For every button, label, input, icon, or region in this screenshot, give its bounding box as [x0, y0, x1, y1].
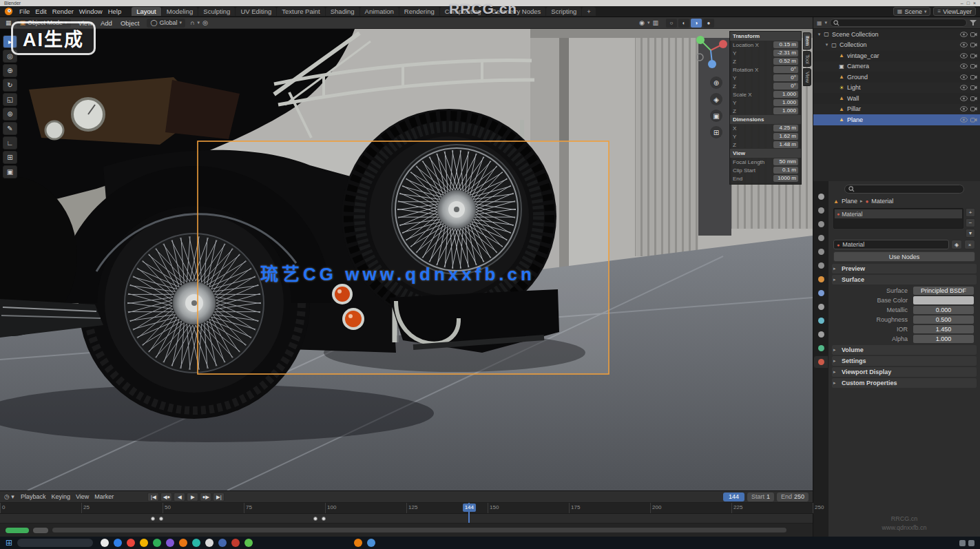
properties-tab[interactable] [814, 301, 828, 313]
sidebar-row[interactable]: Y 1.000 [730, 99, 801, 107]
property-row[interactable]: ▸ Metallic 0.000 [833, 305, 975, 315]
topbar-menu-item[interactable]: File [17, 8, 32, 15]
datablock-button[interactable]: ◈ [951, 240, 962, 249]
app-icon[interactable] [205, 539, 213, 547]
keyframe-dot[interactable] [313, 517, 317, 521]
tool-button[interactable]: ◱ [3, 93, 17, 106]
workspace-tab[interactable]: Layout [132, 7, 161, 16]
property-row[interactable]: ▸ Roughness 0.500 [833, 315, 975, 324]
topbar-menu-item[interactable]: Render [50, 8, 76, 15]
property-row[interactable]: ▸ Settings [832, 356, 977, 366]
shading-mode-button[interactable]: ◑ [691, 19, 702, 28]
sidebar-row[interactable]: Transform [730, 32, 801, 41]
properties-tab[interactable] [814, 232, 828, 244]
blender-logo-icon[interactable] [4, 7, 13, 16]
render-camera-icon[interactable] [970, 74, 977, 80]
properties-tab[interactable] [814, 287, 828, 299]
shading-mode-button[interactable]: ● [703, 19, 714, 28]
outliner-mode-dropdown-icon[interactable]: ▾ [825, 20, 828, 25]
properties-tab[interactable] [814, 342, 828, 354]
render-camera-icon[interactable] [970, 96, 977, 101]
expand-caret-icon[interactable]: ▾ [816, 32, 822, 37]
property-row[interactable]: ▸ Viewport Display [832, 367, 977, 377]
sidebar-row[interactable]: Z 0° [730, 82, 801, 90]
frame-end-field[interactable]: End250 [777, 493, 809, 501]
slot-list-button[interactable]: ▾ [966, 229, 975, 238]
workspace-tab[interactable]: Scripting [546, 7, 581, 16]
sidebar-row[interactable]: Scale X 1.000 [730, 90, 801, 99]
workspace-tab[interactable]: Modeling [162, 7, 198, 16]
playhead[interactable]: 144 [468, 503, 470, 514]
property-row[interactable]: ▸ Custom Properties [832, 378, 977, 388]
workspace-tab[interactable]: UV Editing [236, 7, 276, 16]
snap-magnet-icon[interactable]: ∩ [190, 19, 194, 26]
start-button[interactable]: ⊞ [6, 538, 12, 548]
outliner-row[interactable]: ▾ ▲ Pillar [813, 104, 980, 115]
keyframe-dot[interactable] [322, 517, 326, 521]
render-camera-icon[interactable] [970, 106, 977, 112]
navigation-gizmo[interactable] [693, 32, 729, 70]
outliner-row[interactable]: ▾ ▣ Camera [813, 61, 980, 72]
datablock-button[interactable]: × [964, 240, 975, 249]
snap-dropdown-icon[interactable]: ▾ [197, 20, 200, 25]
current-frame-field[interactable]: 144 [723, 493, 744, 501]
tool-button[interactable]: ⊕ [3, 64, 17, 77]
app-icon[interactable] [127, 539, 135, 547]
sidebar-row[interactable]: View [730, 149, 801, 158]
transport-button[interactable]: ▶ [187, 493, 198, 501]
shading-mode-button[interactable]: ○ [666, 19, 677, 28]
timeline-editor-icon[interactable]: ◷ ▾ [4, 493, 14, 500]
workspace-tab[interactable]: Sculpting [198, 7, 235, 16]
tool-button[interactable]: ✎ [3, 122, 17, 135]
recorder-secondary-indicator[interactable] [33, 528, 48, 533]
sidebar-row[interactable]: Z 1.48 m [730, 141, 801, 149]
timeline-menu-item[interactable]: Keying [49, 493, 72, 500]
properties-tab[interactable] [814, 246, 828, 258]
properties-tab[interactable] [814, 356, 828, 368]
slot-list-button[interactable]: + [966, 208, 975, 217]
app-icon[interactable] [192, 539, 200, 547]
frame-start-field[interactable]: Start1 [747, 493, 774, 501]
render-camera-icon[interactable] [970, 63, 977, 69]
properties-tab[interactable] [814, 260, 828, 271]
sidebar-row[interactable]: Location X 0.15 m [730, 41, 801, 49]
timeline-ruler[interactable]: 0255075100125150175200225250 144 [0, 503, 813, 514]
visibility-eye-icon[interactable] [960, 85, 968, 90]
sidebar-row[interactable]: Y 1.62 m [730, 132, 801, 141]
app-icon[interactable] [114, 539, 122, 547]
app-icon[interactable] [166, 539, 174, 547]
timeline-menu-item[interactable]: Marker [92, 493, 116, 500]
outliner-row[interactable]: ▾ ▢ Scene Collection [813, 29, 980, 40]
transport-button[interactable]: ◀ [174, 493, 185, 501]
render-camera-icon[interactable] [970, 53, 977, 59]
properties-tab[interactable] [814, 315, 828, 327]
sidebar-row[interactable]: Z 1.000 [730, 107, 801, 115]
app-icon[interactable] [140, 539, 148, 547]
property-row[interactable]: ▸ Surface [832, 275, 977, 284]
sidebar-tab[interactable]: Tool [803, 51, 811, 68]
sidebar-row[interactable]: Focal Length 50 mm [730, 158, 801, 166]
workspace-tab[interactable]: Animation [360, 7, 399, 16]
outliner-row[interactable]: ▾ ▲ Plane [813, 114, 980, 125]
sidebar-row[interactable]: Dimensions [730, 115, 801, 124]
property-row[interactable]: ▸ Preview [832, 264, 977, 273]
app-icon[interactable] [354, 539, 362, 547]
app-icon[interactable] [367, 539, 375, 547]
sidebar-tab[interactable]: View [803, 68, 811, 86]
sidebar-row[interactable]: Rotation X 0° [730, 65, 801, 74]
tray-icon[interactable] [968, 540, 974, 546]
app-icon[interactable] [244, 539, 253, 547]
properties-tab[interactable] [814, 273, 828, 285]
outliner-row[interactable]: ▾ ▲ Wall [813, 93, 980, 104]
property-row[interactable]: ▸ Surface Principled BSDF [833, 286, 975, 296]
topbar-menu-item[interactable]: Edit [32, 8, 49, 15]
viewlayer-selector[interactable]: ≡ViewLayer [933, 7, 976, 16]
transport-button[interactable]: ●▶ [200, 493, 211, 501]
material-slot-list[interactable]: ● Material [833, 208, 963, 229]
sidebar-row[interactable]: Clip Start 0.1 m [730, 166, 801, 174]
property-row[interactable]: ▸ Alpha 1.000 [833, 334, 975, 344]
properties-tab[interactable] [814, 205, 828, 216]
transport-button[interactable]: ▶| [213, 493, 225, 501]
sidebar-row[interactable]: X 4.25 m [730, 124, 801, 132]
properties-search-input[interactable] [844, 185, 964, 194]
